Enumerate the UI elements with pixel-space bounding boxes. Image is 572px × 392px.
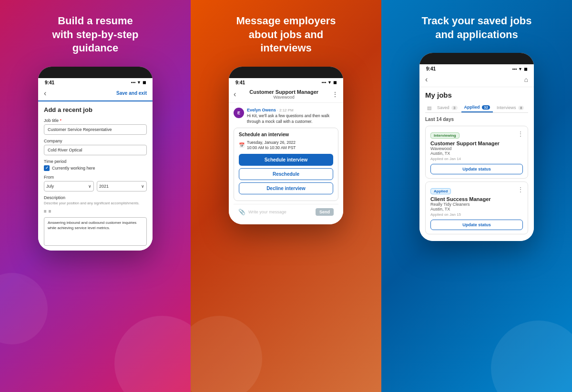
chat-header: Customer Support Manager Wavewood xyxy=(240,89,328,100)
required-mark: * xyxy=(59,118,61,123)
decline-interview-button[interactable]: Decline interview xyxy=(239,182,333,194)
currently-working-label: Currently working here xyxy=(52,166,95,171)
jobs-tabs: ▤ Saved 3 Applied 32 Interviews 8 xyxy=(425,103,528,113)
chat-subtitle: Wavewood xyxy=(240,95,328,100)
schedule-interview-button[interactable]: Schedule interview xyxy=(239,154,333,166)
sender-name: Evelyn Owens · 2:12 PM xyxy=(247,108,338,112)
phone-1-screen: Add a recent job Job title * Customer Se… xyxy=(38,101,153,251)
company-label: Company xyxy=(44,139,147,143)
job-2-location: Austin, TX xyxy=(430,207,523,211)
job-2-title: Client Success Manager xyxy=(430,196,523,202)
job-title-label: Job title * xyxy=(44,118,147,123)
list-icon-2[interactable]: ≡ xyxy=(49,209,51,214)
status-icons-3: ▪▪▪ ▼ ◼ xyxy=(512,67,528,71)
list-icon[interactable]: ≡ xyxy=(44,209,47,214)
back-button-3[interactable]: ‹ xyxy=(425,75,428,84)
job-card-2: ⋮ Applied Client Success Manager Really … xyxy=(425,181,528,234)
job-1-options-icon[interactable]: ⋮ xyxy=(517,130,524,138)
more-options-icon[interactable]: ⋮ xyxy=(332,90,338,98)
wifi-icon: ▼ xyxy=(137,80,141,85)
tab-interviews[interactable]: Interviews 8 xyxy=(494,103,527,112)
message-time: · 2:12 PM xyxy=(277,108,294,112)
my-jobs-heading: My jobs xyxy=(425,91,528,99)
save-exit-button[interactable]: Save and exit xyxy=(116,90,147,96)
text-toolbar: ≡ ≡ xyxy=(44,207,147,215)
job-title-input[interactable]: Customer Service Representative xyxy=(44,124,147,135)
chevron-down-icon: ∨ xyxy=(88,184,92,189)
phone-2-notch xyxy=(229,67,343,78)
status-bar-1: 9:41 ▪▪▪ ▼ ◼ xyxy=(38,78,153,86)
year-select[interactable]: 2021 ∨ xyxy=(97,181,147,191)
currently-working-row: Currently working here xyxy=(44,165,147,171)
notch-cutout-3 xyxy=(460,53,493,61)
panel-2-title: Message employers about jobs and intervi… xyxy=(236,14,336,55)
grid-view-icon[interactable]: ▤ xyxy=(425,103,433,112)
status-time-3: 9:41 xyxy=(426,66,436,71)
panel-1-title: Build a resume with step-by-step guidanc… xyxy=(52,14,139,55)
status-bar-3: 9:41 ▪▪▪ ▼ ◼ xyxy=(419,64,534,72)
phone-1-notch xyxy=(38,67,153,78)
schedule-datetime: Tuesday, January 26, 2022 10:00 AM to 10… xyxy=(247,140,296,151)
phone-1: 9:41 ▪▪▪ ▼ ◼ ‹ Save and exit Add a recen… xyxy=(38,67,153,251)
job-2-company: Really Tidy Cleaners xyxy=(430,202,523,207)
schedule-title: Schedule an interview xyxy=(239,132,333,137)
saved-badge: 3 xyxy=(451,106,457,110)
message-input[interactable]: Write your message xyxy=(248,210,313,214)
message-input-row: 📎 Write your message Send xyxy=(234,204,338,220)
panel-track-jobs: Track your saved jobs and applications 9… xyxy=(381,0,572,392)
battery-icon-3: ◼ xyxy=(524,67,527,71)
home-icon[interactable]: ⌂ xyxy=(524,76,528,83)
chat-title: Customer Support Manager xyxy=(240,89,328,95)
period-label: Last 14 days xyxy=(425,117,528,122)
job-2-update-button[interactable]: Update status xyxy=(430,220,523,230)
wifi-icon-3: ▼ xyxy=(518,67,522,71)
tab-applied[interactable]: Applied 32 xyxy=(461,103,493,112)
schedule-date-row: 📅 Tuesday, January 26, 2022 10:00 AM to … xyxy=(239,140,333,151)
status-time-1: 9:41 xyxy=(45,80,54,85)
job-card-1: ⋮ Interviewing Customer Support Manager … xyxy=(425,126,528,179)
phone-2-nav: ‹ Customer Support Manager Wavewood ⋮ xyxy=(229,86,343,103)
job-2-status-badge: Applied xyxy=(430,188,451,194)
job-1-title: Customer Support Manager xyxy=(430,141,523,146)
send-button[interactable]: Send xyxy=(316,208,334,216)
tab-saved[interactable]: Saved 3 xyxy=(434,103,460,112)
panel-messaging: Message employers about jobs and intervi… xyxy=(191,0,381,392)
status-time-2: 9:41 xyxy=(235,80,245,85)
message-row: E Evelyn Owens · 2:12 PM Hi Kit, we'll a… xyxy=(234,108,338,125)
chevron-down-icon-2: ∨ xyxy=(141,184,144,189)
phone-3-nav: ‹ ⌂ xyxy=(419,72,534,87)
notch-cutout-2 xyxy=(269,67,303,75)
job-2-options-icon[interactable]: ⋮ xyxy=(517,186,524,193)
signal-icon-2: ▪▪▪ xyxy=(322,80,327,85)
attachment-icon[interactable]: 📎 xyxy=(238,209,245,215)
job-2-applied: Applied on Jan 15 xyxy=(430,212,523,217)
form-heading: Add a recent job xyxy=(44,106,147,113)
reschedule-button[interactable]: Reschedule xyxy=(239,168,333,180)
description-input[interactable]: Answering inbound and outbound customer … xyxy=(44,217,147,246)
schedule-card: Schedule an interview 📅 Tuesday, January… xyxy=(234,128,338,201)
resume-form: Add a recent job Job title * Customer Se… xyxy=(38,101,153,251)
phone-3-mockup: 9:41 ▪▪▪ ▼ ◼ ‹ ⌂ My jobs ▤ Saved xyxy=(419,53,534,241)
signal-icon-3: ▪▪▪ xyxy=(512,67,517,71)
description-label: Description xyxy=(44,195,147,200)
description-hint: Describe your position and any significa… xyxy=(44,201,147,205)
back-button-1[interactable]: ‹ xyxy=(44,89,46,98)
job-1-update-button[interactable]: Update status xyxy=(430,164,523,174)
phone-3-screen: My jobs ▤ Saved 3 Applied 32 Interviews … xyxy=(419,87,534,241)
month-select[interactable]: July ∨ xyxy=(44,181,94,191)
battery-icon-2: ◼ xyxy=(333,80,337,85)
status-icons-1: ▪▪▪ ▼ ◼ xyxy=(131,80,146,85)
company-input[interactable]: Cold River Optical xyxy=(44,145,147,155)
panel-resume: Build a resume with step-by-step guidanc… xyxy=(0,0,191,392)
job-1-company: Wavewood xyxy=(430,146,523,151)
applied-badge: 32 xyxy=(482,105,490,110)
time-period-label: Time period xyxy=(44,159,147,164)
back-button-2[interactable]: ‹ xyxy=(234,90,236,99)
signal-icon: ▪▪▪ xyxy=(131,80,136,85)
currently-working-checkbox[interactable] xyxy=(44,165,50,171)
phone-1-mockup: 9:41 ▪▪▪ ▼ ◼ ‹ Save and exit Add a recen… xyxy=(38,67,153,251)
notch-cutout xyxy=(79,67,112,75)
battery-icon: ◼ xyxy=(143,80,146,85)
calendar-icon: 📅 xyxy=(239,142,245,149)
message-area: E Evelyn Owens · 2:12 PM Hi Kit, we'll a… xyxy=(229,103,343,225)
